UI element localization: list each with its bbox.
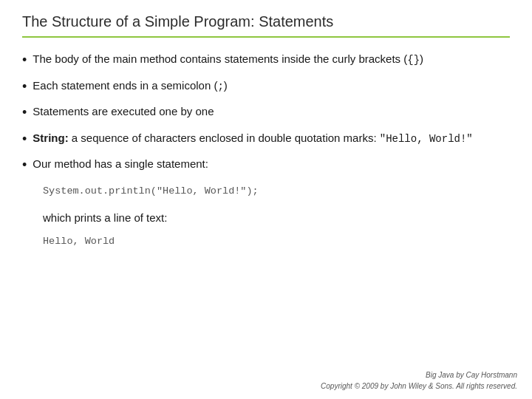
bullet-text-3: Statements are executed one by one (33, 103, 510, 120)
bullet-text-1: The body of the main method contains sta… (33, 51, 510, 67)
bullet-dot-5: • (22, 157, 27, 174)
bullet-dot-1: • (22, 52, 27, 69)
hello-world-output: Hello, World (43, 236, 510, 247)
which-prints-label: which prints a line of text: (43, 210, 510, 225)
bullet-dot-2: • (22, 79, 27, 95)
footer-line1: Big Java by Cay Horstmann (321, 369, 517, 381)
code-curly-braces: {} (407, 54, 420, 66)
footer: Big Java by Cay Horstmann Copyright © 20… (321, 369, 517, 392)
code-hello-world-string: "Hello, World!" (380, 133, 473, 145)
footer-line2: Copyright © 2009 by John Wiley & Sons. A… (321, 381, 517, 392)
bullet-item-1: • The body of the main method contains s… (22, 51, 510, 69)
bullet-text-4: String: a sequence of characters enclose… (33, 130, 510, 146)
bullet-text-5: Our method has a single statement: (33, 156, 510, 172)
slide-title: The Structure of a Simple Program: State… (22, 13, 510, 38)
bullet-text-2: Each statement ends in a semicolon (;) (33, 78, 510, 94)
println-code-block: System.out.println("Hello, World!"); (43, 184, 510, 198)
bullet-dot-4: • (22, 132, 27, 148)
string-label: String: (33, 132, 68, 144)
code-semicolon: ; (217, 81, 223, 92)
content-area: • The body of the main method contains s… (22, 51, 510, 389)
bullet-item-4: • String: a sequence of characters enclo… (22, 130, 510, 148)
bullet-item-3: • Statements are executed one by one (22, 103, 510, 121)
bullet-item-5: • Our method has a single statement: (22, 156, 510, 174)
bullet-item-2: • Each statement ends in a semicolon (;) (22, 78, 510, 95)
bullet-dot-3: • (22, 105, 27, 121)
slide-container: The Structure of a Simple Program: State… (0, 0, 532, 399)
